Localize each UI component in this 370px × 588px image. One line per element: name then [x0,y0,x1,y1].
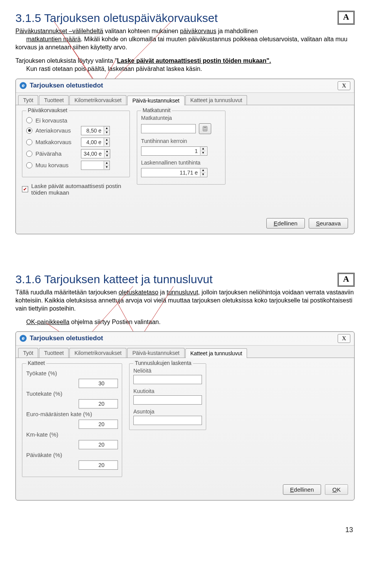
spin-up-icon[interactable]: ▲ [200,147,206,151]
radio-icon[interactable] [26,162,32,168]
close-button[interactable]: X [338,334,350,343]
paivakate-input[interactable]: 20 [79,460,118,470]
radio-icon[interactable] [26,151,32,157]
field-label: Tuntihinnan kerroin [141,138,221,144]
section-315: A 3.1.5 Tarjouksen oletuspäiväkorvaukset… [0,0,370,257]
field-label: Päiväkate (%) [26,452,96,458]
field-label: Kuutioita [133,388,202,394]
spin-down-icon[interactable]: ▼ [104,142,109,146]
svg-point-10 [205,129,205,130]
value: 20 [79,421,107,427]
value-spinner[interactable]: 34,00 e▲▼ [81,149,110,158]
value-spinner[interactable]: 4,00 e▲▼ [81,138,110,147]
tab-paivakust[interactable]: Päivä-kustannukset [127,348,184,358]
svg-rect-5 [204,127,207,128]
nelioita-input[interactable] [133,375,202,384]
radio-row-matka[interactable]: Matkakorvaus 4,00 e▲▼ [26,138,126,147]
txt: O [332,486,337,493]
spin-down-icon[interactable]: ▼ [104,131,109,134]
dialog-oletustiedot-2: e Tarjouksen oletustiedot X Työt Tuottee… [15,331,355,501]
radio-icon[interactable] [26,139,32,145]
tabstrip: Työt Tuotteet Kilometrikorvaukset Päivä-… [16,346,354,358]
eurokate-input[interactable]: 20 [79,420,118,429]
heading-316: 3.1.6 Tarjouksen katteet ja tunnusluvut [15,273,355,286]
kmkate-input[interactable]: 20 [79,440,118,449]
spin-up-icon[interactable]: ▲ [104,126,109,131]
value-spinner[interactable]: ▲▼ [81,161,110,170]
radio-label: Ateriakorvaus [35,127,78,134]
spin-down-icon[interactable]: ▼ [104,165,109,169]
tabstrip: Työt Tuotteet Kilometrikorvaukset Päivä-… [16,93,354,105]
radio-row-ateria[interactable]: Ateriakorvaus 8,50 e▲▼ [26,126,126,135]
group-matkatunnit: Matkatunnit Matkatunteja Tuntihinnan ker… [137,111,225,185]
tab-kilometri[interactable]: Kilometrikorvaukset [69,348,126,358]
tab-tyot[interactable]: Työt [18,348,38,358]
titlebar: e Tarjouksen oletustiedot X [16,79,354,93]
txt: dellinen [278,220,298,227]
dialog-body: Päiväkorvaukset Ei korvausta Ateriakorva… [16,105,354,234]
tab-tuotteet[interactable]: Tuotteet [39,348,69,358]
txt: ja [158,289,166,296]
spin-down-icon[interactable]: ▼ [200,151,206,155]
spin-down-icon[interactable]: ▼ [200,173,206,176]
calculator-button[interactable] [199,123,211,134]
tab-katteet[interactable]: Katteet ja tunnusluvut [185,95,247,105]
tuotekate-input[interactable]: 20 [79,399,118,408]
radio-row-muu[interactable]: Muu korvaus ▲▼ [26,161,126,170]
heading-315: 3.1.5 Tarjouksen oletuspäiväkorvaukset [15,12,355,25]
radio-label: Ei korvausta [35,117,78,124]
prev-button[interactable]: Edellinen [266,218,305,228]
radio-icon[interactable] [26,128,32,134]
txt: ja mahdollinen [216,28,258,34]
svg-point-7 [205,129,205,129]
para-316-2: OK-painikkeella ohjelma siirtyy Postien … [26,318,355,326]
value: 20 [79,462,107,468]
value: 30 [79,380,107,386]
kuutioita-input[interactable] [133,395,202,405]
section-316: A 3.1.6 Tarjouksen katteet ja tunnusluvu… [0,257,370,524]
heading-num: 3.1.6 [15,273,41,286]
field-tyokate: Työkate (%) [26,370,118,376]
matkatunteja-input[interactable] [141,124,196,133]
value-spinner[interactable]: 8,50 e▲▼ [81,126,110,135]
auto-check-row[interactable]: Laske päivät automaattisesti postin töid… [22,183,130,196]
spin-up-icon[interactable]: ▲ [104,138,109,142]
ok-button[interactable]: OK [325,484,348,495]
group-katteet: Katteet Työkate (%) 30 Tuotekate (%) 20 … [22,363,122,477]
field-label: Tuotekate (%) [26,390,96,397]
value: 20 [79,401,107,407]
tyokate-input[interactable]: 30 [79,379,118,388]
a-badge-2: A [338,273,355,287]
tab-tyot[interactable]: Työt [18,95,38,105]
spin-up-icon[interactable]: ▲ [104,161,109,165]
radio-icon[interactable] [26,117,32,123]
prev-button[interactable]: Edellinen [283,484,321,495]
radio-row-ei[interactable]: Ei korvausta [26,117,126,124]
para-315-1: Päiväkustannukset –välilehdeltä valitaan… [15,27,355,51]
spin-down-icon[interactable]: ▼ [104,154,110,158]
legend: Matkatunnit [141,107,172,113]
tab-tuotteet[interactable]: Tuotteet [39,95,69,105]
a-badge-1: A [338,11,355,25]
radio-row-paivaraha[interactable]: Päiväraha 34,00 e▲▼ [26,149,126,158]
heading-text: Tarjouksen katteet ja tunnusluvut [44,273,213,286]
radio-label: Matkakorvaus [35,139,78,145]
spin-up-icon[interactable]: ▲ [200,168,206,173]
radio-label: Päiväraha [35,150,78,157]
svg-point-9 [204,129,205,130]
spin-up-icon[interactable]: ▲ [104,150,110,154]
lask-tuntihinta-spinner[interactable]: 11,71 e▲▼ [141,168,207,177]
close-button[interactable]: X [338,81,350,90]
value: 1 [141,148,200,154]
group-paivakorvaukset: Päiväkorvaukset Ei korvausta Ateriakorva… [22,111,130,177]
app-icon: e [20,335,27,342]
asuntoja-input[interactable] [133,416,202,425]
next-button[interactable]: Seuraava [309,218,348,228]
checkbox-icon[interactable] [22,186,28,192]
tab-katteet[interactable]: Katteet ja tunnusluvut [185,348,247,358]
value: 20 [79,442,107,448]
txt: Tarjouksen oletuksista löytyy valinta " [15,57,117,64]
tab-kilometri[interactable]: Kilometrikorvaukset [69,95,126,105]
kerroin-spinner[interactable]: 1▲▼ [141,146,207,156]
tab-paivakust[interactable]: Päivä-kustannukset [127,96,184,105]
